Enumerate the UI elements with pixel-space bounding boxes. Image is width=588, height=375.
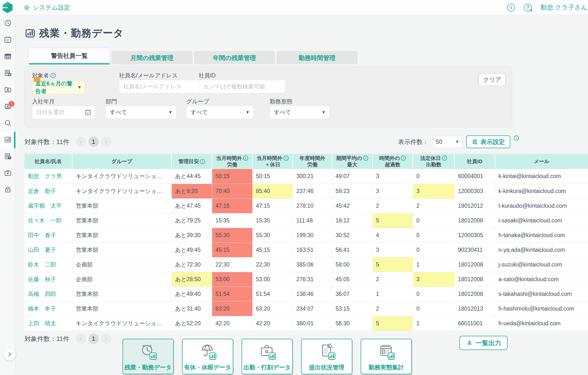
info-icon[interactable]: i — [514, 135, 519, 141]
document-add-icon — [4, 69, 12, 78]
employee-name-link[interactable]: 佐々木 一郎 — [28, 217, 62, 224]
employee-name-cell: 佐々木 一郎 — [24, 213, 72, 228]
data-cell: 3 — [372, 169, 413, 184]
employee-name-link[interactable]: 蔵宇都 太平 — [28, 203, 62, 209]
tab-warning-employee-list[interactable]: 警告社員一覧 — [29, 48, 110, 64]
data-cell: 55:30 — [212, 228, 252, 242]
name-filter-input[interactable] — [119, 80, 207, 93]
download-icon — [466, 339, 473, 346]
data-cell: 53:00 — [212, 272, 252, 287]
data-cell: 45:15 — [212, 242, 252, 257]
tab-monthly-overtime[interactable]: 月間の残業管理 — [111, 51, 192, 64]
clock-icon — [4, 19, 12, 28]
user-name[interactable]: 勤怠 クラ子さん — [540, 3, 588, 12]
prev-page-button[interactable]: ‹ — [76, 334, 86, 344]
employee-name-link[interactable]: 勤怠 クラ男 — [28, 173, 62, 179]
app-logo[interactable] — [2, 2, 13, 13]
work-type-select[interactable]: すべて▼ — [270, 106, 330, 119]
data-cell: 営業本部 — [72, 242, 172, 257]
next-page-button[interactable]: › — [101, 137, 111, 147]
target-filter-select[interactable]: 直近6ヵ月の警告者 ▼ — [32, 81, 85, 94]
data-cell: 53:15 — [332, 301, 372, 316]
sidebar-expand-button[interactable] — [3, 348, 16, 361]
work-type-filter-label: 勤務形態 — [270, 98, 292, 105]
folder-user-icon — [4, 86, 12, 95]
next-page-button[interactable]: › — [101, 334, 111, 344]
data-cell: 63:20 — [212, 301, 252, 316]
nav-card-umbrella[interactable]: 有休・休暇データ — [182, 339, 233, 374]
sidebar-item-inbox-download[interactable]: ! — [0, 98, 15, 115]
nav-card-briefcase[interactable]: 出勤・打刻データ — [242, 339, 293, 374]
sidebar-item-document-add[interactable] — [0, 65, 15, 82]
topbar-actions: i ? 勤怠 クラ子さん — [507, 3, 588, 12]
nav-card-docs[interactable]: 提出状況管理 — [301, 339, 352, 374]
employee-id-filter-input[interactable] — [199, 80, 286, 93]
chevron-right-icon — [7, 352, 12, 357]
info-icon[interactable]: i — [507, 4, 515, 12]
employee-name-link[interactable]: 近倉 勤子 — [28, 188, 56, 194]
info-icon[interactable]: i — [50, 73, 56, 78]
data-cell: 2 — [413, 198, 454, 213]
current-page-button[interactable]: 1 — [88, 334, 99, 344]
info-icon[interactable]: i — [200, 159, 205, 164]
department-select[interactable]: すべて▼ — [106, 106, 177, 119]
current-page-button[interactable]: 1 — [88, 137, 99, 147]
data-cell: 3 — [413, 184, 454, 198]
help-icon[interactable]: ? — [524, 4, 532, 12]
sidebar-item-clock[interactable] — [0, 15, 15, 32]
column-header: 法定休日i出勤数 — [413, 154, 454, 169]
sidebar-item-search[interactable] — [0, 115, 15, 132]
employee-table: 社員名/氏名グループ管理目安i当月時間外i労働当月時間外i＋休日年度時間外労働期… — [24, 154, 588, 331]
info-icon[interactable]: i — [283, 156, 289, 161]
data-cell: 5 — [372, 257, 413, 272]
system-settings-link[interactable]: システム設定 — [23, 3, 70, 12]
display-settings-button[interactable]: 表示設定 — [466, 135, 510, 148]
sidebar-item-folder-user[interactable] — [0, 82, 15, 98]
employee-name-link[interactable]: 山田 夏子 — [28, 247, 56, 253]
table-row: 勤怠 クラ男キンタイクラウドソリューショ…あと44:4550:1550:1530… — [24, 169, 588, 184]
filter-panel: 対象者 i 直近6ヵ月の警告者 ▼ 社員名/メールアドレス 社員ID クリア 入… — [24, 66, 512, 127]
data-cell: 0 — [413, 228, 454, 242]
info-icon[interactable]: i — [401, 156, 406, 161]
employee-name-link[interactable]: 橋本 冬子 — [28, 305, 56, 312]
employee-name-link[interactable]: 田中 春子 — [28, 232, 56, 238]
data-cell: 18012013 — [454, 301, 495, 316]
export-list-button[interactable]: 一覧出力 — [459, 336, 508, 350]
column-header: 管理目安i — [172, 154, 212, 169]
info-icon[interactable]: i — [442, 156, 447, 161]
join-date-input[interactable]: 日付を選択 — [32, 106, 95, 119]
employee-name-link[interactable]: 上田 晴太 — [28, 320, 56, 327]
employee-name-link[interactable]: 高橋 四郎 — [28, 291, 56, 297]
data-cell: 237:46 — [293, 184, 332, 198]
employee-id-filter-label: 社員ID — [199, 72, 216, 79]
data-cell: あと72:30 — [172, 257, 212, 272]
group-select[interactable]: すべて▼ — [186, 106, 254, 119]
data-cell: あと49:45 — [172, 242, 212, 257]
sidebar-item-bar-chart[interactable] — [0, 132, 15, 148]
sidebar-item-table[interactable] — [0, 48, 15, 65]
join-date-filter-label: 入社年月 — [32, 98, 55, 105]
employee-name-link[interactable]: 鈴木 二郎 — [28, 261, 56, 268]
sidebar-item-lock[interactable] — [0, 182, 15, 198]
sidebar-item-briefcase[interactable] — [0, 165, 15, 182]
data-cell: あと9:20 — [172, 184, 212, 198]
per-page-select[interactable]: 50▼ — [432, 136, 463, 148]
tab-yearly-overtime[interactable]: 年間の残業管理 — [194, 51, 275, 64]
data-cell: 53:00 — [252, 272, 293, 287]
clear-button[interactable]: クリア — [479, 73, 506, 86]
nav-card-clock[interactable]: 残業・勤務データ — [122, 339, 174, 374]
nav-card-calendar[interactable]: 勤務実態集計 — [361, 339, 412, 374]
employee-name-link[interactable]: 佐藤 秋子 — [28, 276, 56, 282]
info-icon[interactable]: i — [363, 156, 368, 161]
sidebar-item-calendar[interactable] — [0, 32, 15, 48]
sidebar-item-document-yen[interactable]: ¥ — [0, 148, 15, 165]
department-filter-label: 部門 — [106, 98, 117, 105]
data-cell: 163:51 — [293, 242, 332, 257]
info-icon[interactable]: i — [243, 156, 248, 161]
prev-page-button[interactable]: ‹ — [76, 137, 86, 147]
employee-name-cell: 近倉 勤子 — [24, 184, 72, 198]
sliders-icon — [472, 139, 478, 145]
nav-card-label: 勤務実態集計 — [369, 363, 404, 371]
tab-working-hours[interactable]: 勤務時間管理 — [277, 51, 357, 64]
data-cell: 63:20 — [252, 301, 293, 316]
